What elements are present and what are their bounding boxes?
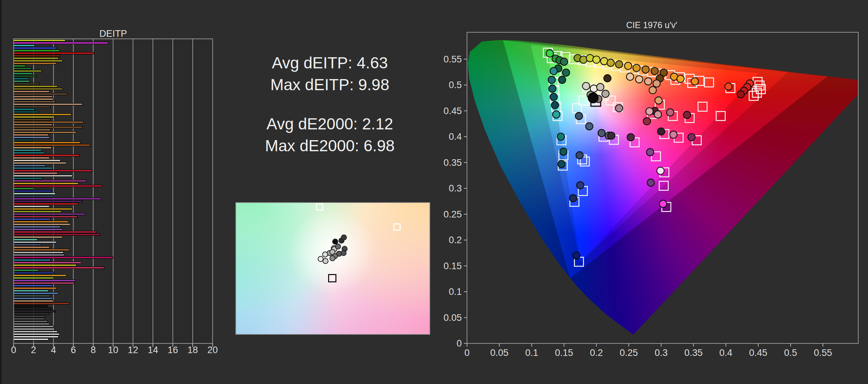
cie-measured-point: [677, 75, 684, 83]
cie-x-tick-label: 0.05: [490, 348, 509, 358]
deitp-bar: [14, 170, 92, 172]
deitp-bar: [14, 280, 75, 281]
deitp-bar: [14, 239, 37, 240]
cie-y-tick-label: 0.2: [449, 235, 462, 245]
cie-x-tick-label: 0: [464, 348, 469, 358]
deitp-bar: [14, 139, 33, 141]
deitp-bar: [14, 150, 41, 151]
cie-measured-point: [658, 128, 665, 135]
deitp-x-tick-label: 2: [31, 345, 36, 355]
cie-measured-point: [670, 131, 677, 138]
deitp-bar: [14, 331, 57, 333]
deitp-bar: [14, 62, 56, 64]
deitp-bar: [14, 165, 45, 167]
cie-measured-point: [659, 200, 667, 207]
cie-y-tick-label: 0.15: [443, 261, 462, 271]
deitp-bar: [14, 131, 76, 133]
cie-y-tick-label: 0.25: [443, 209, 462, 220]
deitp-bar: [14, 98, 53, 100]
deitp-bar: [14, 80, 30, 82]
cie-measured-whitepoint: [588, 93, 598, 103]
deitp-bar: [14, 58, 58, 59]
deitp-x-tick-label: 6: [71, 345, 76, 355]
deitp-bar: [14, 262, 81, 264]
deitp-bar: [14, 213, 85, 215]
cie-measured-point: [616, 105, 623, 112]
cie-measured-point: [602, 90, 609, 97]
deitp-bar: [14, 103, 82, 105]
cie-measured-point: [550, 93, 557, 101]
cie-measured-point: [691, 78, 699, 85]
deitp-bar: [14, 206, 49, 207]
deitp-bar: [14, 157, 49, 159]
cie-y-tick-label: 0.35: [443, 157, 462, 168]
deitp-bar: [14, 78, 28, 79]
deitp-bar: [14, 121, 83, 123]
charts-overlay: 0246810121416182000.050.10.150.20.250.30…: [0, 0, 868, 384]
cie-measured-point: [557, 133, 565, 140]
cie-x-tick-label: 0.35: [684, 348, 703, 358]
deitp-bar: [14, 339, 48, 340]
deitp-x-tick-label: 18: [187, 345, 198, 355]
cie-measured-point: [559, 76, 566, 84]
deitp-bar: [14, 318, 44, 320]
deitp-bar: [14, 272, 54, 274]
cie-y-tick-label: 0.3: [449, 183, 462, 194]
deitp-bar: [14, 70, 41, 72]
deitp-bar: [14, 219, 50, 220]
cie-measured-point: [593, 56, 600, 63]
cie-measured-point: [667, 109, 674, 116]
deitp-bar: [14, 96, 52, 97]
deitp-bar: [14, 142, 80, 144]
cie-measured-point: [604, 75, 611, 82]
deitp-bar: [14, 308, 52, 309]
cie-measured-point: [596, 83, 604, 91]
deitp-bar: [14, 134, 48, 136]
deitp-bar: [14, 88, 62, 90]
deitp-bar: [14, 114, 71, 116]
deitp-bar: [14, 275, 66, 276]
cie-measured-point: [551, 102, 559, 109]
deitp-x-tick-label: 16: [168, 345, 178, 355]
cie-measured-point: [580, 56, 587, 63]
deitp-bar: [14, 290, 48, 292]
cie-measured-point: [560, 148, 567, 155]
deitp-bar: [14, 244, 41, 246]
deitp-bar: [14, 119, 50, 120]
deitp-bar: [14, 91, 49, 92]
cie-measured-point: [576, 152, 583, 159]
deitp-bar: [14, 52, 94, 54]
cie-measured-point: [577, 182, 584, 189]
deitp-bar: [14, 116, 54, 118]
deitp-bar: [14, 68, 32, 69]
deitp-bar: [14, 190, 51, 192]
deitp-bar: [14, 86, 57, 87]
cie-y-tick-label: 0: [457, 338, 462, 349]
deitp-bar: [14, 277, 53, 279]
deitp-bar: [14, 188, 33, 189]
deitp-bar: [14, 106, 50, 108]
deitp-bar: [14, 50, 59, 51]
cie-measured-point: [651, 67, 658, 75]
deitp-bar: [14, 267, 104, 268]
deitp-bar: [14, 154, 79, 156]
deitp-bar: [14, 270, 39, 271]
deitp-bar: [14, 251, 63, 253]
cie-measured-point: [601, 58, 608, 65]
deitp-bar: [14, 333, 59, 335]
deitp-bar: [14, 285, 52, 287]
cie-y-tick-label: 0.45: [443, 106, 462, 116]
deitp-bar: [14, 211, 61, 212]
deitp-bar: [14, 292, 58, 294]
deitp-bar: [14, 216, 77, 217]
deitp-bar: [14, 234, 100, 236]
deitp-bar: [14, 42, 108, 44]
deitp-x-tick-label: 10: [108, 345, 118, 355]
cie-measured-point: [558, 160, 565, 168]
deitp-bar: [14, 60, 62, 62]
cie-measured-point: [646, 108, 653, 115]
deitp-bar: [14, 55, 60, 57]
cie-x-tick-label: 0.4: [719, 348, 733, 358]
cie-measured-point: [608, 132, 615, 139]
deitp-bar: [14, 200, 82, 202]
